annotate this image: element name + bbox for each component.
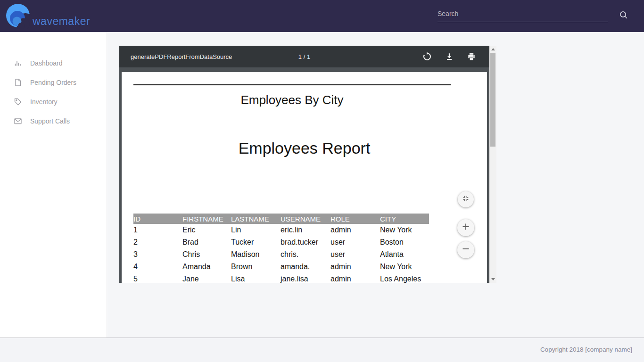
zoom-in-icon <box>462 222 470 233</box>
table-cell: jane.lisa <box>281 275 330 283</box>
table-cell: New York <box>380 226 429 234</box>
rotate-icon[interactable] <box>422 52 432 61</box>
wavemaker-logo[interactable]: wavemaker <box>6 3 90 31</box>
pdf-toolbar: generatePDFReportFromDataSource 1 / 1 <box>119 46 489 67</box>
table-cell: 1 <box>133 226 182 234</box>
table-cell: 4 <box>133 263 182 271</box>
zoom-out-icon <box>462 245 470 255</box>
sidebar-item-support-calls[interactable]: Support Calls <box>0 111 107 131</box>
table-cell: Atlanta <box>380 250 429 259</box>
pdf-scrollbar[interactable] <box>489 46 496 283</box>
logo-wordmark: wavemaker <box>33 15 90 28</box>
copyright-text: Copyright 2018 [company name] <box>0 338 644 362</box>
search-icon[interactable] <box>619 10 629 22</box>
pdf-document-title: generatePDFReportFromDataSource <box>131 53 232 60</box>
table-row: 4AmandaBrownamanda.adminNew York <box>133 261 429 273</box>
table-cell: Brad <box>182 238 231 247</box>
table-cell: Los Angeles <box>380 275 429 283</box>
pdf-toolbar-actions <box>422 52 476 61</box>
table-cell: user <box>330 250 380 259</box>
pdf-page: Employees By City Employees Report ID FI… <box>122 72 487 283</box>
tag-icon <box>14 98 22 106</box>
scroll-down-icon[interactable] <box>489 276 496 283</box>
download-icon[interactable] <box>445 52 454 61</box>
col-header: ID <box>133 215 182 223</box>
col-header: LASTNAME <box>231 215 281 223</box>
table-cell: Madison <box>231 250 281 259</box>
table-cell: admin <box>330 226 380 234</box>
table-row: 2BradTuckerbrad.tuckeruserBoston <box>133 236 429 248</box>
col-header: FIRSTNAME <box>182 215 231 223</box>
table-cell: admin <box>330 275 380 283</box>
table-cell: Lin <box>231 226 281 234</box>
sidebar-item-label: Inventory <box>30 98 58 106</box>
search-input[interactable] <box>438 10 608 17</box>
sidebar-item-label: Pending Orders <box>30 79 76 86</box>
page-indicator: 1 / 1 <box>298 53 310 60</box>
table-row: 5JaneLisajane.lisaadminLos Angeles <box>133 273 429 283</box>
pdf-header-title: Employees By City <box>133 93 451 107</box>
scroll-up-icon[interactable] <box>489 46 496 53</box>
print-icon[interactable] <box>467 52 476 61</box>
table-cell: admin <box>330 263 380 271</box>
table-cell: 2 <box>133 238 182 247</box>
pdf-report-title: Employees Report <box>122 139 487 157</box>
table-cell: Lisa <box>231 275 281 283</box>
app-footer: Copyright 2018 [company name] <box>0 337 644 362</box>
pdf-page-area[interactable]: Employees By City Employees Report ID FI… <box>119 67 489 283</box>
col-header: CITY <box>380 215 429 223</box>
sidebar-item-pending-orders[interactable]: Pending Orders <box>0 73 107 92</box>
table-cell: brad.tucker <box>281 238 330 247</box>
bar-chart-icon <box>14 59 22 67</box>
table-row: 3ChrisMadisonchris.userAtlanta <box>133 248 429 261</box>
sidebar-item-inventory[interactable]: Inventory <box>0 92 107 111</box>
table-cell: Eric <box>182 226 231 234</box>
table-cell: 5 <box>133 275 182 283</box>
scrollbar-thumb[interactable] <box>490 53 495 147</box>
table-cell: Tucker <box>231 238 281 247</box>
app-header: wavemaker <box>0 0 644 32</box>
col-header: USERNAME <box>281 215 330 223</box>
table-cell: Chris <box>182 250 231 259</box>
pdf-header-rule <box>133 84 451 85</box>
col-header: ROLE <box>330 215 380 223</box>
table-cell: eric.lin <box>281 226 330 234</box>
sidebar-item-dashboard[interactable]: Dashboard <box>0 53 107 73</box>
zoom-out-button[interactable] <box>457 241 474 258</box>
fit-to-page-icon <box>462 194 470 205</box>
document-icon <box>14 78 22 87</box>
pdf-viewer: generatePDFReportFromDataSource 1 / 1 <box>119 46 496 283</box>
table-cell: Amanda <box>182 263 231 271</box>
search-field-wrap <box>438 9 608 22</box>
table-cell: New York <box>380 263 429 271</box>
pdf-viewer-main: generatePDFReportFromDataSource 1 / 1 <box>119 46 489 283</box>
table-cell: amanda. <box>281 263 330 271</box>
table-cell: chris. <box>281 250 330 259</box>
report-table-body: 1EricLineric.linadminNew York2BradTucker… <box>133 224 429 283</box>
table-cell: 3 <box>133 250 182 259</box>
table-cell: user <box>330 238 380 247</box>
zoom-in-button[interactable] <box>457 219 474 236</box>
table-row: 1EricLineric.linadminNew York <box>133 224 429 236</box>
fit-to-page-button[interactable] <box>458 191 474 207</box>
report-table: ID FIRSTNAME LASTNAME USERNAME ROLE CITY… <box>133 214 429 283</box>
sidebar-item-label: Support Calls <box>30 117 70 125</box>
sidebar-nav: Dashboard Pending Orders Inventory Suppo… <box>0 32 107 337</box>
table-cell: Brown <box>231 263 281 271</box>
table-cell: Boston <box>380 238 429 247</box>
sidebar-item-label: Dashboard <box>30 59 63 67</box>
table-cell: Jane <box>182 275 231 283</box>
wavemaker-wave-icon <box>6 3 32 31</box>
envelope-icon <box>14 117 22 125</box>
report-table-header: ID FIRSTNAME LASTNAME USERNAME ROLE CITY <box>133 214 429 224</box>
